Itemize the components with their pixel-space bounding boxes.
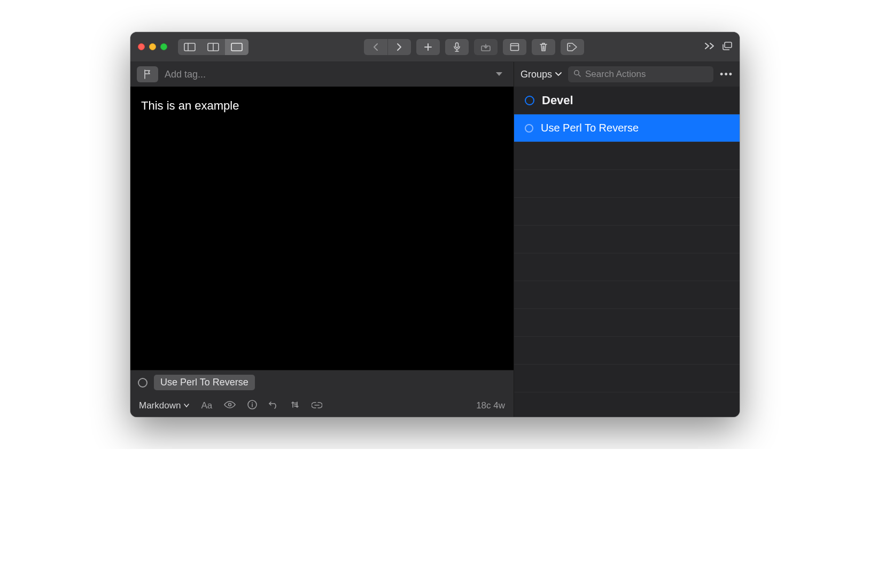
sidebar-empty-row <box>514 365 740 392</box>
preview-button[interactable] <box>224 400 236 411</box>
syntax-mode-button[interactable]: Markdown <box>139 400 189 411</box>
sidebar-empty-row <box>514 198 740 226</box>
minimize-window-button[interactable] <box>149 43 156 50</box>
svg-point-14 <box>574 71 579 75</box>
actions-sidebar: Groups ••• Devel Use Perl To Reverse <box>514 62 740 417</box>
svg-rect-4 <box>231 43 242 51</box>
trash-button[interactable] <box>532 39 555 55</box>
editor-area[interactable]: This is an example <box>130 87 514 370</box>
status-bar: Markdown Aa 18c 4w <box>130 394 514 417</box>
tag-dropdown-button[interactable] <box>491 69 507 79</box>
undo-button[interactable] <box>269 400 278 412</box>
layout-two-pane-button[interactable] <box>178 39 201 55</box>
svg-rect-0 <box>184 43 195 51</box>
sidebar-empty-row <box>514 337 740 365</box>
arrange-button[interactable] <box>290 400 300 412</box>
tag-bar <box>130 62 514 87</box>
flag-button[interactable] <box>137 66 158 82</box>
pending-action-bar: Use Perl To Reverse <box>130 370 514 394</box>
sidebar-empty-row <box>514 170 740 198</box>
svg-rect-10 <box>725 42 732 48</box>
back-button[interactable] <box>364 39 387 55</box>
sidebar-empty-row <box>514 281 740 309</box>
svg-rect-5 <box>455 43 458 48</box>
titlebar <box>130 32 740 62</box>
forward-button[interactable] <box>387 39 411 55</box>
info-button[interactable] <box>247 400 257 412</box>
editor-column: This is an example Use Perl To Reverse M… <box>130 62 514 417</box>
tag-button[interactable] <box>561 39 584 55</box>
sidebar-empty-row <box>514 309 740 337</box>
dictate-button[interactable] <box>445 39 469 55</box>
pending-action-chip[interactable]: Use Perl To Reverse <box>154 375 255 390</box>
window-stack-button[interactable] <box>723 42 732 52</box>
new-draft-button[interactable] <box>416 39 440 55</box>
history-nav <box>364 39 411 55</box>
layout-single-pane-button[interactable] <box>225 39 248 55</box>
file-button[interactable] <box>503 39 526 55</box>
link-button[interactable] <box>312 400 322 411</box>
groups-label: Groups <box>521 69 552 80</box>
svg-rect-7 <box>510 43 518 50</box>
sidebar-action-row[interactable]: Use Perl To Reverse <box>514 114 740 142</box>
close-window-button[interactable] <box>138 43 145 50</box>
sidebar-header: Groups ••• <box>514 62 740 87</box>
sidebar-empty-row <box>514 226 740 253</box>
action-indicator-icon <box>138 378 147 388</box>
action-circle-icon <box>525 124 533 133</box>
search-icon <box>573 69 581 79</box>
sidebar-empty-row <box>514 253 740 281</box>
sidebar-group-row[interactable]: Devel <box>514 87 740 114</box>
sidebar-more-button[interactable]: ••• <box>720 69 733 80</box>
groups-dropdown[interactable]: Groups <box>521 69 562 80</box>
zoom-window-button[interactable] <box>160 43 167 50</box>
syntax-mode-label: Markdown <box>139 400 181 411</box>
layout-three-pane-button[interactable] <box>201 39 225 55</box>
char-word-count: 18c 4w <box>476 400 505 411</box>
window-controls <box>138 43 167 50</box>
search-actions-input[interactable] <box>585 69 708 80</box>
svg-point-9 <box>569 45 570 47</box>
tag-input[interactable] <box>165 69 485 80</box>
svg-point-13 <box>252 402 253 403</box>
group-label: Devel <box>542 94 573 107</box>
action-label: Use Perl To Reverse <box>541 122 639 134</box>
toolbar-overflow-button[interactable] <box>704 42 715 52</box>
search-actions-field[interactable] <box>568 66 713 82</box>
app-window: This is an example Use Perl To Reverse M… <box>130 32 740 417</box>
layout-segmented-control <box>178 39 248 55</box>
archive-button[interactable] <box>474 39 498 55</box>
group-circle-icon <box>525 96 534 105</box>
svg-point-11 <box>229 404 231 406</box>
appearance-button[interactable]: Aa <box>201 400 212 411</box>
sidebar-empty-row <box>514 142 740 170</box>
